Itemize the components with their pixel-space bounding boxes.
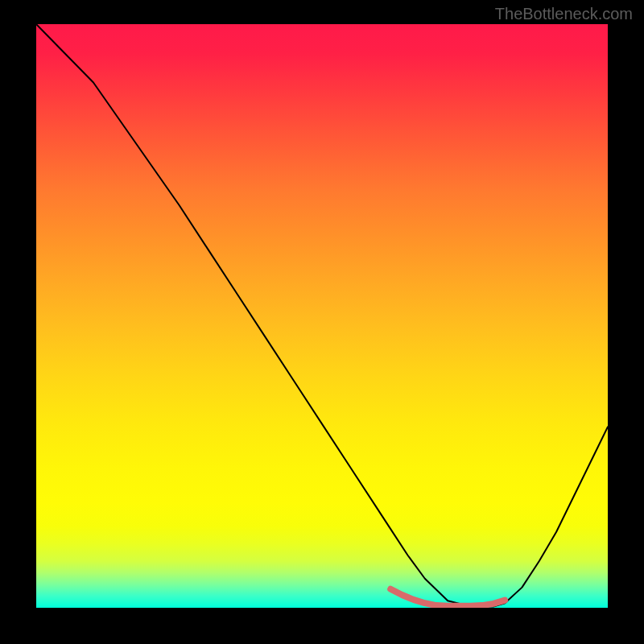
valley-highlight-line [390,589,505,606]
chart-svg [36,24,608,608]
chart-plot-area [36,24,608,608]
watermark-text: TheBottleneck.com [495,5,633,23]
main-curve-line [36,24,608,607]
